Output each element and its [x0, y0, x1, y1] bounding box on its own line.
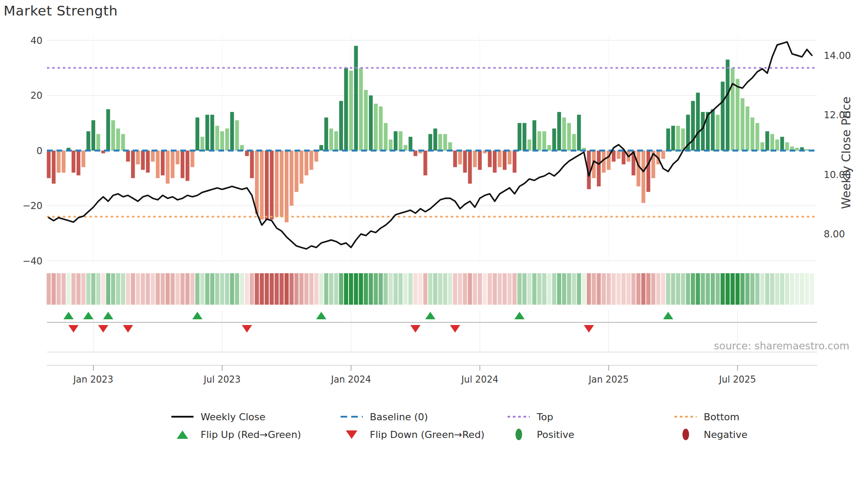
market-strength-chart: 40200−20−40 14.0012.0010.008.00 Jan 2023…: [0, 0, 868, 488]
legend-item-top: Top: [505, 407, 553, 426]
svg-text:−40: −40: [23, 256, 43, 267]
legend-label: Flip Up (Red→Green): [201, 429, 301, 440]
flip-up-marker: [63, 312, 74, 319]
baseline-dash-icon: [338, 416, 365, 418]
flip-up-marker: [316, 312, 326, 319]
flip-up-marker: [425, 312, 435, 319]
flip-up-marker: [103, 312, 113, 319]
flip-down-marker: [98, 325, 108, 333]
left-axis-labels: 40200−20−40: [23, 35, 43, 267]
legend-label: Top: [537, 411, 553, 422]
legend-label: Positive: [537, 429, 574, 440]
source-note: source: sharemaestro.com: [714, 340, 849, 352]
flip-up-marker: [192, 312, 202, 319]
svg-text:Jul 2023: Jul 2023: [203, 374, 240, 385]
flip-down-triangle-icon: [338, 430, 365, 439]
positive-marker-icon: [505, 429, 532, 440]
legend-label: Weekly Close: [201, 411, 265, 422]
svg-text:Jan 2023: Jan 2023: [73, 374, 113, 385]
legend-item-negative: Negative: [672, 425, 748, 444]
right-axis-title: Weekly Close Price: [839, 97, 853, 209]
bottom-dotted-icon: [672, 416, 699, 418]
legend-item-positive: Positive: [505, 425, 574, 444]
svg-text:40: 40: [31, 35, 43, 46]
flip-down-marker: [68, 325, 78, 333]
legend-item-flip-up: Flip Up (Red→Green): [169, 425, 301, 444]
svg-text:Jul 2024: Jul 2024: [461, 374, 498, 385]
legend-item-flip-down: Flip Down (Green→Red): [338, 425, 484, 444]
x-axis-labels: Jan 2023Jul 2023Jan 2024Jul 2024Jan 2025…: [73, 365, 756, 385]
flip-up-marker: [663, 312, 673, 319]
svg-text:Jul 2025: Jul 2025: [718, 374, 756, 385]
legend-item-bottom: Bottom: [672, 407, 740, 426]
flip-up-marker: [83, 312, 93, 319]
flip-markers: [47, 312, 817, 333]
chart-title: Market Strength: [4, 3, 118, 19]
flip-up-triangle-icon: [169, 430, 196, 439]
flip-up-marker: [515, 312, 525, 319]
legend-item-weekly-close: Weekly Close: [169, 407, 265, 426]
svg-text:20: 20: [31, 90, 43, 101]
legend-label: Bottom: [704, 411, 740, 422]
svg-text:Jan 2025: Jan 2025: [588, 374, 628, 385]
legend-item-baseline: Baseline (0): [338, 407, 428, 426]
flip-down-marker: [450, 325, 460, 333]
flip-down-marker: [411, 325, 421, 333]
legend-label: Flip Down (Green→Red): [370, 429, 484, 440]
flip-down-marker: [242, 325, 252, 333]
flip-down-marker: [123, 325, 133, 333]
svg-text:0: 0: [36, 145, 43, 156]
legend-label: Baseline (0): [370, 411, 428, 422]
svg-text:8.00: 8.00: [824, 229, 845, 240]
top-dotted-icon: [505, 416, 532, 418]
legend-label: Negative: [704, 429, 748, 440]
svg-text:−20: −20: [23, 200, 43, 211]
flip-down-marker: [584, 325, 594, 333]
axis-lines: [47, 352, 817, 365]
svg-text:Jan 2024: Jan 2024: [330, 374, 371, 385]
negative-marker-icon: [672, 429, 699, 440]
heatmap-strip: [46, 273, 814, 305]
svg-text:14.00: 14.00: [824, 50, 851, 61]
weekly-close-line-icon: [169, 416, 196, 418]
